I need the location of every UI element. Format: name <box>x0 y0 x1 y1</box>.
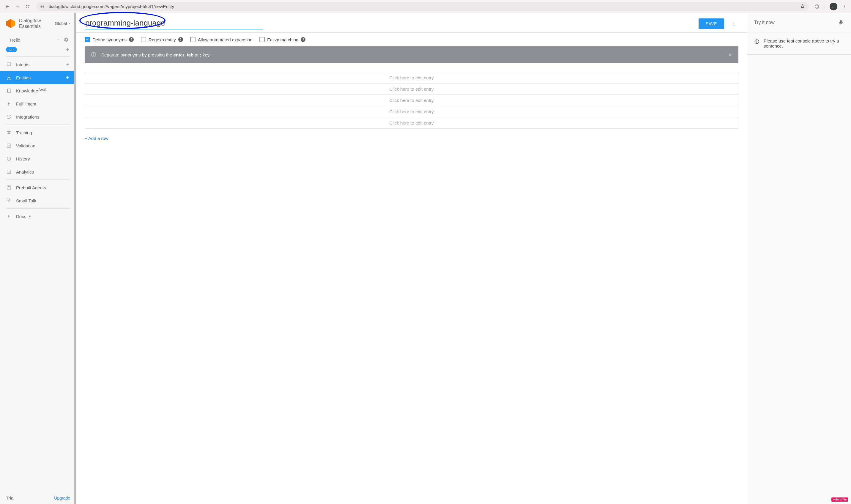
sidebar-item-docs[interactable]: Docs <box>0 210 76 223</box>
arrow-right-icon <box>15 4 20 9</box>
language-chip[interactable]: en <box>6 47 17 52</box>
microphone-icon <box>838 19 844 26</box>
svg-marker-4 <box>6 19 11 28</box>
add-row-button[interactable]: + Add a row <box>76 132 747 145</box>
sidebar-item-history[interactable]: History <box>0 152 76 165</box>
extensions-icon[interactable] <box>814 3 820 10</box>
content-header: SAVE <box>76 13 747 33</box>
checkbox-empty-icon <box>259 37 265 42</box>
sidebar-item-validation[interactable]: Validation <box>0 139 76 152</box>
entry-row[interactable]: Click here to edit entry <box>85 72 738 84</box>
check-box-icon <box>6 143 12 149</box>
dialogflow-logo-icon <box>5 18 16 29</box>
graduation-cap-icon <box>6 130 12 136</box>
url-text: dialogflow.cloud.google.com/#/agent/mypr… <box>49 4 174 9</box>
main-content: SAVE Define synonyms ? Regexp entity ? <box>76 13 747 504</box>
help-icon[interactable]: ? <box>129 37 134 42</box>
gear-icon[interactable] <box>63 37 69 43</box>
address-bar[interactable]: dialogflow.cloud.google.com/#/agent/mypr… <box>36 2 809 11</box>
sidebar-item-knowledge[interactable]: Knowledge[beta] <box>0 84 76 97</box>
sidebar-item-intents[interactable]: Intents <box>0 58 76 71</box>
svg-point-5 <box>8 64 8 65</box>
info-icon <box>754 39 759 49</box>
svg-rect-14 <box>8 186 10 187</box>
reload-button[interactable] <box>23 2 32 11</box>
save-button[interactable]: SAVE <box>699 18 724 29</box>
svg-point-1 <box>845 6 845 6</box>
sitemap-icon <box>6 75 12 80</box>
add-intent-button[interactable] <box>65 62 70 67</box>
reload-icon <box>25 4 30 9</box>
forward-button[interactable] <box>13 2 22 11</box>
help-icon[interactable]: ? <box>301 37 306 42</box>
auto-expansion-checkbox[interactable]: Allow automated expansion <box>190 37 252 42</box>
chat-icon <box>6 61 12 68</box>
more-vert-icon <box>731 21 737 26</box>
sidebar: Dialogflow Essentials Global Hello en <box>0 13 76 504</box>
sidebar-item-integrations[interactable]: Integrations <box>0 110 76 123</box>
dismiss-banner-button[interactable] <box>728 52 732 57</box>
bar-chart-icon <box>6 169 12 175</box>
chat-bubbles-icon <box>6 198 12 203</box>
back-button[interactable] <box>3 2 12 11</box>
sidebar-item-small-talk[interactable]: Small Talk <box>0 194 76 207</box>
banner-text: Separate synonyms by pressing the enter,… <box>101 52 211 57</box>
sidebar-item-training[interactable]: Training <box>0 126 76 139</box>
app-root: Dialogflow Essentials Global Hello en <box>0 13 851 504</box>
entity-name-input[interactable] <box>85 18 263 30</box>
add-entity-button[interactable] <box>65 75 70 80</box>
define-synonyms-checkbox[interactable]: Define synonyms ? <box>85 37 134 42</box>
sidebar-item-fulfillment[interactable]: Fulfillment <box>0 97 76 110</box>
help-icon[interactable]: ? <box>178 37 183 42</box>
svg-point-18 <box>734 23 735 24</box>
microphone-button[interactable] <box>838 19 844 26</box>
svg-point-21 <box>93 54 94 54</box>
brand: Dialogflow Essentials Global <box>0 13 76 33</box>
brand-text: Dialogflow Essentials <box>19 18 41 29</box>
site-settings-icon <box>40 4 46 9</box>
upgrade-link[interactable]: Upgrade <box>54 496 70 501</box>
bolt-icon <box>6 101 12 107</box>
sidebar-item-entities[interactable]: Entities <box>0 71 76 84</box>
browser-menu-icon[interactable] <box>841 3 848 10</box>
try-it-panel: Try it now Please use test console above… <box>747 13 851 504</box>
book-icon <box>6 88 12 94</box>
sidebar-item-analytics[interactable]: Analytics <box>0 165 76 178</box>
svg-point-24 <box>757 40 757 41</box>
entry-row[interactable]: Click here to edit entry <box>85 118 738 128</box>
caret-down-icon <box>56 38 60 41</box>
chevron-right-icon <box>6 213 12 219</box>
checkbox-empty-icon <box>141 37 146 42</box>
sidebar-item-prebuilt-agents[interactable]: Prebuilt Agents <box>0 181 76 194</box>
options-row: Define synonyms ? Regexp entity ? Allow … <box>76 33 747 46</box>
svg-point-0 <box>845 5 845 5</box>
profile-avatar[interactable]: n <box>830 3 837 11</box>
caret-down-icon <box>68 22 71 25</box>
scope-dropdown[interactable]: Global <box>55 21 71 26</box>
svg-rect-25 <box>757 41 757 43</box>
browser-toolbar: dialogflow.cloud.google.com/#/agent/mypr… <box>0 0 851 13</box>
plus-icon <box>65 75 70 80</box>
more-menu-button[interactable] <box>729 19 738 28</box>
arrow-left-icon <box>5 4 10 9</box>
language-row: en <box>0 44 76 55</box>
svg-point-7 <box>10 64 10 65</box>
regexp-entity-checkbox[interactable]: Regexp entity ? <box>141 37 183 42</box>
package-icon <box>6 184 12 191</box>
entry-row[interactable]: Click here to edit entry <box>85 95 738 106</box>
synonym-hint-banner: Separate synonyms by pressing the enter,… <box>85 46 738 63</box>
entry-row[interactable]: Click here to edit entry <box>85 106 738 118</box>
add-language-button[interactable] <box>65 47 70 52</box>
star-icon[interactable] <box>800 4 805 9</box>
entry-row[interactable]: Click here to edit entry <box>85 84 738 95</box>
agent-selector[interactable]: Hello <box>4 35 72 44</box>
try-it-header[interactable]: Try it now <box>747 13 851 32</box>
svg-rect-9 <box>7 89 8 92</box>
checkbox-checked-icon <box>85 37 90 42</box>
svg-rect-10 <box>7 144 11 147</box>
plan-row: Trial Upgrade <box>0 492 76 504</box>
svg-rect-22 <box>93 54 94 56</box>
info-icon <box>91 52 96 58</box>
fuzzy-matching-checkbox[interactable]: Fuzzy matching ? <box>259 37 306 42</box>
svg-point-6 <box>8 64 9 65</box>
